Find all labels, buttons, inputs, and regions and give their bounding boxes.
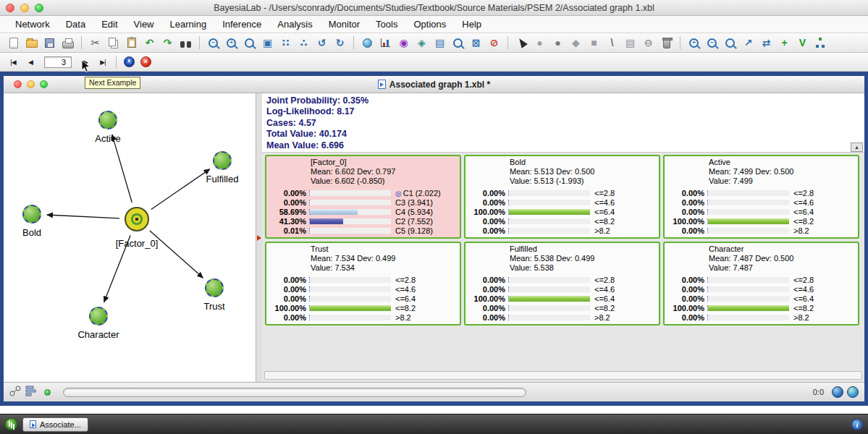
monitor-state-row[interactable]: 0.00%>8.2 xyxy=(667,312,856,322)
clear-box-icon[interactable]: ⊠ xyxy=(468,35,484,51)
previous-example-button[interactable]: ◀ xyxy=(23,56,38,68)
monitor-list-icon[interactable] xyxy=(25,386,38,399)
eraser-tool-icon[interactable]: ⊖ xyxy=(640,35,657,51)
align-layout-icon[interactable]: ∷ xyxy=(277,35,294,51)
target-node-icon[interactable]: ◉ xyxy=(395,35,412,51)
chart-report-icon[interactable] xyxy=(377,35,394,51)
monitor-trust[interactable]: TrustMean: 7.534 Dev: 0.499Value: 7.5340… xyxy=(265,242,461,326)
clear-evidence-button[interactable]: × xyxy=(140,56,151,67)
monitor-character[interactable]: CharacterMean: 7.487 Dev: 0.500Value: 7.… xyxy=(663,242,859,326)
menu-item-data[interactable]: Data xyxy=(58,16,93,33)
last-example-button[interactable]: ▶| xyxy=(96,56,110,68)
monitor-bold[interactable]: BoldMean: 5.513 Dev: 0.500Value: 5.513 (… xyxy=(464,155,660,239)
menu-item-view[interactable]: View xyxy=(126,16,162,33)
associate-window-button[interactable]: Associate... xyxy=(22,417,88,432)
open-network-icon[interactable] xyxy=(23,35,40,51)
monitor-state-row[interactable]: 100.00%<=8.2 xyxy=(667,216,856,226)
graph-panel[interactable]: ActiveFulfilledBold[Factor_0]TrustCharac… xyxy=(4,93,256,382)
example-number-field[interactable] xyxy=(44,56,72,68)
graph-arc-factor-bold[interactable] xyxy=(47,215,119,218)
forbid-edit-icon[interactable]: ⊘ xyxy=(486,35,502,51)
graph-node-factor[interactable] xyxy=(125,207,149,231)
monitor-state-row[interactable]: 0.00%<=2.8 xyxy=(667,275,856,284)
monitor-state-row[interactable]: 0.00%<=4.6 xyxy=(468,284,657,294)
graph-horizontal-scrollbar[interactable] xyxy=(63,388,526,397)
graph-node-trust[interactable] xyxy=(205,278,224,297)
monitor-state-row[interactable]: 0.00%<=4.6 xyxy=(667,284,856,294)
first-example-button[interactable]: |◀ xyxy=(6,56,20,68)
paste-icon[interactable] xyxy=(123,35,140,51)
status-compass-icon[interactable] xyxy=(832,386,843,398)
cut-icon[interactable]: ✂ xyxy=(87,35,104,51)
zoom-window-button[interactable] xyxy=(35,4,43,12)
monitor-state-row[interactable]: 41.30%C2 (7.552) xyxy=(269,216,458,226)
menu-item-inference[interactable]: Inference xyxy=(214,16,269,33)
search-node-icon[interactable] xyxy=(450,35,466,51)
gauge-icon[interactable]: ◈ xyxy=(413,35,430,51)
menu-item-learning[interactable]: Learning xyxy=(162,16,215,33)
monitor-state-row[interactable]: 0.00%<=6.4 xyxy=(269,294,458,303)
validate-icon[interactable]: V xyxy=(794,35,811,51)
print-icon[interactable] xyxy=(59,35,76,51)
internal-close-button[interactable] xyxy=(14,80,22,88)
monitor-state-row[interactable]: 0.00%>8.2 xyxy=(667,226,856,235)
menu-item-monitor[interactable]: Monitor xyxy=(321,16,368,33)
monitor-state-row[interactable]: 0.00%<=6.4 xyxy=(667,294,856,303)
rotate-left-icon[interactable]: ↺ xyxy=(313,35,330,51)
zoom-in-icon[interactable]: + xyxy=(223,35,240,51)
monitor-state-row[interactable]: 0.00%<=2.8 xyxy=(269,275,458,284)
monitor-state-row[interactable]: 58.69%C4 (5.934) xyxy=(269,207,458,216)
menu-item-edit[interactable]: Edit xyxy=(93,16,125,33)
monitor-active[interactable]: ActiveMean: 7.499 Dev: 0.500Value: 7.499… xyxy=(663,155,859,239)
decision-node-tool-icon[interactable]: ◆ xyxy=(568,35,584,51)
delete-tool-icon[interactable] xyxy=(658,35,675,51)
monitor-state-row[interactable]: 100.00%<=8.2 xyxy=(269,303,458,312)
note-tool-icon[interactable]: ▤ xyxy=(622,35,639,51)
copy-icon[interactable] xyxy=(105,35,122,51)
zoom-out-view-icon[interactable]: − xyxy=(704,35,720,51)
monitor-state-row[interactable]: 100.00%<=6.4 xyxy=(468,207,657,216)
monitor-state-row[interactable]: 0.00%<=4.6 xyxy=(667,197,856,207)
add-state-icon[interactable]: + xyxy=(776,35,793,51)
menu-item-analysis[interactable]: Analysis xyxy=(269,16,320,33)
save-network-icon[interactable] xyxy=(41,35,58,51)
status-globe-icon[interactable] xyxy=(847,386,859,398)
monitor-state-row[interactable]: 0.00%<=2.8 xyxy=(468,275,657,284)
monitor-horizontal-scrollbar[interactable] xyxy=(264,371,862,380)
zoom-fit-icon[interactable] xyxy=(241,35,258,51)
export-view-icon[interactable]: ↗ xyxy=(740,35,757,51)
redo-icon[interactable]: ↷ xyxy=(159,35,176,51)
annotate-icon[interactable]: ▤ xyxy=(431,35,448,51)
menu-item-tools[interactable]: Tools xyxy=(368,16,405,33)
monitor-state-row[interactable]: 0.00%<=2.8 xyxy=(667,188,856,197)
monitor-state-row[interactable]: 0.00%C3 (3.941) xyxy=(269,197,458,207)
utility-node-tool-icon[interactable]: ■ xyxy=(586,35,602,51)
splitter-collapse-arrow[interactable] xyxy=(257,235,261,241)
graph-node-character[interactable] xyxy=(89,307,108,326)
zoom-out-icon[interactable]: − xyxy=(205,35,222,51)
graph-arc-factor-fulfilled[interactable] xyxy=(151,169,210,210)
info-icon[interactable]: i xyxy=(851,419,863,430)
arc-tool-icon[interactable]: \ xyxy=(604,35,620,51)
monitor-state-row[interactable]: 0.00%◎C1 (2.022) xyxy=(269,188,458,197)
rotate-right-icon[interactable]: ↻ xyxy=(332,35,348,51)
web-report-icon[interactable] xyxy=(359,35,376,51)
spread-layout-icon[interactable]: ∴ xyxy=(295,35,312,51)
zoom-region-icon[interactable] xyxy=(722,35,738,51)
hierarchy-icon[interactable] xyxy=(812,35,829,51)
panel-splitter[interactable] xyxy=(256,93,262,382)
new-network-icon[interactable] xyxy=(5,35,22,51)
monitor-state-row[interactable]: 0.00%<=4.6 xyxy=(269,284,458,294)
swap-view-icon[interactable]: ⇄ xyxy=(758,35,775,51)
monitor-state-row[interactable]: 100.00%<=8.2 xyxy=(667,303,856,312)
monitor-state-row[interactable]: 0.00%<=8.2 xyxy=(468,303,657,312)
monitor-state-row[interactable]: 100.00%<=6.4 xyxy=(468,294,657,303)
monitor-fulfilled[interactable]: FulfilledMean: 5.538 Dev: 0.499Value: 5.… xyxy=(464,242,660,326)
monitor-state-row[interactable]: 0.00%<=2.8 xyxy=(468,188,657,197)
monitor-scroll-up-button[interactable]: ▲ xyxy=(851,142,863,152)
monitor-state-row[interactable]: 0.00%<=6.4 xyxy=(667,207,856,216)
fit-window-icon[interactable]: ▣ xyxy=(259,35,276,51)
constraint-node-tool-icon[interactable]: ● xyxy=(549,35,566,51)
monitor-state-row[interactable]: 0.00%<=4.6 xyxy=(468,197,657,207)
minimize-window-button[interactable] xyxy=(20,4,29,12)
